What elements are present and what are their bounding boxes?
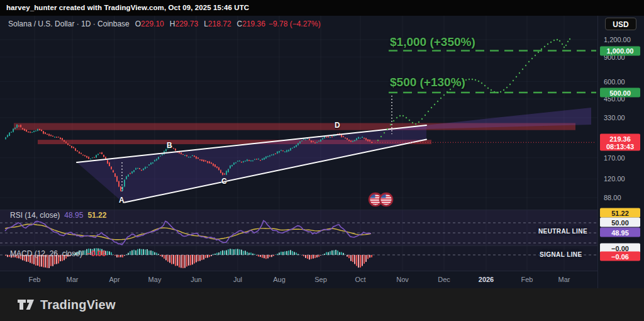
rsi-title[interactable]: RSI (14, close) <box>10 211 60 220</box>
macd-legend: MACD (12, 26, close) −0.06 <box>10 249 106 258</box>
indicator-value-badge: 50.00 <box>600 218 640 227</box>
time-axis-label: Apr <box>109 276 119 283</box>
low-label: L218.72 <box>204 20 231 28</box>
signal-line-label: SIGNAL LINE <box>540 251 582 258</box>
pattern-point-c: C <box>221 177 227 186</box>
time-axis-label: 2026 <box>479 276 494 283</box>
time-axis-label: Nov <box>396 276 409 283</box>
price-tick: 88.00 <box>604 194 621 201</box>
close-label: C219.36 <box>237 20 265 28</box>
price-tick: 1,200.00 <box>604 36 631 43</box>
symbol-title[interactable]: Solana / U.S. Dollar · 1D · Coinbase <box>8 20 130 28</box>
tradingview-brand-text[interactable]: TradingView <box>40 298 116 312</box>
price-tick: 170.00 <box>604 154 625 162</box>
neutral-line-label: NEUTRAL LINE <box>538 228 587 235</box>
time-axis-label: Mar <box>558 276 570 283</box>
price-tick: 120.00 <box>604 175 625 183</box>
price-target-badge: 500.00 <box>600 88 640 98</box>
time-axis-label: May <box>148 276 162 283</box>
high-label: H229.73 <box>170 20 198 28</box>
time-axis-label: Dec <box>438 276 450 283</box>
high-value: 229.73 <box>175 20 198 28</box>
tradingview-chart-screenshot: harvey_hunter created with TradingView.c… <box>0 0 644 321</box>
close-value: 219.36 <box>242 20 265 28</box>
macd-title[interactable]: MACD (12, 26, close) <box>10 249 82 258</box>
low-value: 218.72 <box>208 20 231 28</box>
rsi-ma-value: 51.22 <box>87 211 106 220</box>
indicator-value-badge: 48.95 <box>600 228 640 237</box>
price-target-1000-label: $1,000 (+350%) <box>390 35 475 49</box>
open-label: O229.10 <box>135 20 164 28</box>
time-axis-label: Mar <box>67 276 79 283</box>
price-target-badge: 1,000.00 <box>600 46 640 55</box>
pattern-point-b: B <box>167 141 172 150</box>
time-axis-label: Feb <box>29 276 41 283</box>
pattern-point-d: D <box>335 121 340 130</box>
time-axis-label: Aug <box>273 276 286 283</box>
pattern-point-a: A <box>119 196 125 205</box>
footer-bar: TradingView <box>0 288 644 321</box>
indicator-value-badge: 51.22 <box>600 208 640 218</box>
change-value: −9.78 (−4.27%) <box>269 20 321 28</box>
rsi-legend: RSI (14, close) 48.95 51.22 <box>10 211 106 220</box>
price-tick: 600.00 <box>604 78 625 86</box>
us-flag-icons <box>369 193 392 206</box>
rsi-value: 48.95 <box>64 211 83 220</box>
time-axis[interactable]: FebMarAprMayJunJulAugSepOctNovDec2026Feb… <box>0 271 597 289</box>
time-axis-label: Sep <box>314 276 327 283</box>
price-tick: 330.00 <box>604 114 625 121</box>
attribution-bar: harvey_hunter created with TradingView.c… <box>0 0 644 16</box>
open-value: 229.10 <box>141 20 164 28</box>
price-target-500-label: $500 (+130%) <box>390 76 465 89</box>
time-axis-label: Feb <box>521 276 533 283</box>
currency-toggle-button[interactable]: USD <box>605 18 636 30</box>
macd-value: −0.06 <box>87 249 106 258</box>
price-axis[interactable]: 1,200.00900.00600.00450.00330.00170.0012… <box>597 16 644 288</box>
attribution-text: harvey_hunter created with TradingView.c… <box>6 4 249 11</box>
time-axis-label: Oct <box>355 276 365 283</box>
time-axis-label: Jun <box>191 276 202 283</box>
tradingview-logo-icon[interactable] <box>17 298 35 312</box>
indicator-value-badge: −0.06 <box>600 252 640 261</box>
symbol-legend: Solana / U.S. Dollar · 1D · Coinbase O22… <box>8 20 321 28</box>
current-price-badge: 219.3608:13:43 <box>600 134 640 151</box>
time-axis-label: Jul <box>233 276 242 283</box>
